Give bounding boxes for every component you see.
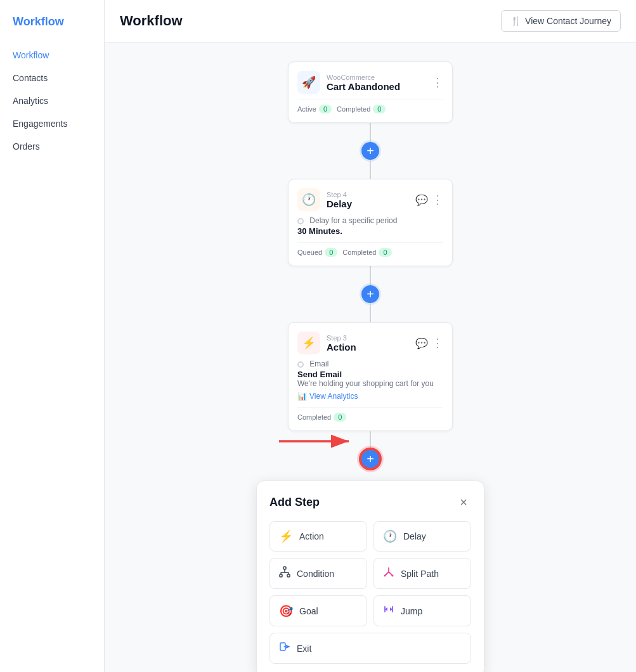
step-options-grid: ⚡ Action 🕐 Delay Condition <box>269 521 471 664</box>
trigger-completed-label: Completed <box>337 105 370 113</box>
sidebar-item-analytics[interactable]: Analytics <box>0 89 104 112</box>
trigger-footer: Active 0 Completed 0 <box>297 99 443 113</box>
goal-option-label: Goal <box>299 606 318 616</box>
connector-line-1 <box>370 123 371 142</box>
delay-footer: Queued 0 Completed 0 <box>297 242 443 257</box>
delay-body: Delay for a specific period 30 Minutes. <box>297 216 443 236</box>
trigger-completed-badge: 0 <box>373 105 386 113</box>
action-step: Step 3 <box>327 334 356 342</box>
condition-option-label: Condition <box>297 569 334 579</box>
topbar: Workflow 🍴 View Contact Journey <box>105 0 636 42</box>
trigger-card: 🚀 WooCommerce Cart Abandoned ⋮ Active 0 … <box>288 61 453 123</box>
action-option-icon: ⚡ <box>279 529 293 543</box>
sidebar-logo: Workflow <box>0 10 104 44</box>
svg-rect-4 <box>287 574 290 577</box>
connector-2: + <box>361 266 379 322</box>
delay-icon: 🕐 <box>297 188 320 211</box>
workflow-canvas: 🚀 WooCommerce Cart Abandoned ⋮ Active 0 … <box>105 42 636 672</box>
delay-radio <box>297 218 304 224</box>
close-add-step-button[interactable]: × <box>456 494 471 511</box>
svg-point-10 <box>392 575 394 577</box>
add-step-button-active[interactable]: + <box>361 450 379 468</box>
add-step-panel: Add Step × ⚡ Action 🕐 Delay <box>256 481 484 672</box>
view-analytics-link[interactable]: 📊 View Analytics <box>297 392 443 401</box>
analytics-icon: 📊 <box>297 392 307 401</box>
delay-queued-badge: 0 <box>325 248 337 257</box>
connector-line-1b <box>370 160 371 179</box>
delay-completed-label: Completed <box>342 249 376 256</box>
trigger-active-label: Active <box>297 105 316 113</box>
red-arrow-container <box>279 435 355 448</box>
action-radio <box>297 361 304 368</box>
split-path-option-icon <box>383 566 394 581</box>
step-option-delay[interactable]: 🕐 Delay <box>373 521 471 552</box>
trigger-title: Cart Abandoned <box>327 81 400 92</box>
connector-3: + <box>361 431 379 468</box>
delay-option-icon: 🕐 <box>383 529 397 543</box>
page-title: Workflow <box>120 13 183 29</box>
svg-rect-3 <box>280 574 282 577</box>
step-option-exit[interactable]: Exit <box>269 633 471 664</box>
step-option-split-path[interactable]: Split Path <box>373 558 471 589</box>
delay-queued-label: Queued <box>297 249 322 256</box>
journey-icon: 🍴 <box>510 16 521 26</box>
svg-rect-2 <box>283 567 286 569</box>
svg-point-9 <box>384 575 386 577</box>
add-step-title: Add Step <box>269 496 320 509</box>
delay-completed-badge: 0 <box>379 248 391 257</box>
step-option-goal[interactable]: 🎯 Goal <box>269 595 367 626</box>
sidebar-item-contacts[interactable]: Contacts <box>0 67 104 89</box>
condition-option-icon <box>279 566 290 581</box>
action-body: Email Send Email We're holding your shop… <box>297 359 443 401</box>
delay-menu[interactable]: 💬 ⋮ <box>415 193 443 207</box>
analytics-label: View Analytics <box>309 392 358 401</box>
delay-title: Delay <box>327 198 352 209</box>
trigger-meta: WooCommerce <box>327 74 400 81</box>
action-body-label: Send Email <box>297 370 443 379</box>
exit-option-label: Exit <box>297 643 311 654</box>
step-option-action[interactable]: ⚡ Action <box>269 521 367 552</box>
step-option-condition[interactable]: Condition <box>269 558 367 589</box>
delay-body-value: 30 Minutes. <box>297 226 443 236</box>
split-path-option-label: Split Path <box>401 569 439 579</box>
action-completed-label: Completed <box>297 413 331 421</box>
red-arrow-svg <box>279 435 355 448</box>
delay-option-label: Delay <box>403 531 426 541</box>
connector-line-2b <box>370 303 371 322</box>
main-content: Workflow 🍴 View Contact Journey 🚀 WooCom… <box>105 0 636 672</box>
action-footer: Completed 0 <box>297 407 443 422</box>
add-step-button-2[interactable]: + <box>361 285 379 303</box>
trigger-menu[interactable]: ⋮ <box>432 75 443 89</box>
trigger-active-badge: 0 <box>319 105 332 113</box>
delay-step: Step 4 <box>327 191 352 198</box>
sidebar-item-workflow[interactable]: Workflow <box>0 44 104 67</box>
goal-option-icon: 🎯 <box>279 604 293 618</box>
jump-option-label: Jump <box>401 606 422 616</box>
sidebar-item-orders[interactable]: Orders <box>0 135 104 158</box>
action-body-sub: We're holding your shopping cart for you <box>297 379 443 388</box>
connector-line-2 <box>370 266 371 285</box>
delay-body-label: Delay for a specific period <box>309 216 397 225</box>
step-option-jump[interactable]: Jump <box>373 595 471 626</box>
action-option-label: Action <box>299 531 324 541</box>
action-icon: ⚡ <box>297 332 320 354</box>
action-card: ⚡ Step 3 Action 💬 ⋮ Email Send Email We'… <box>288 322 453 431</box>
action-body-type: Email <box>309 359 328 368</box>
exit-option-icon <box>279 641 290 656</box>
add-step-button-1[interactable]: + <box>361 142 379 160</box>
delay-card: 🕐 Step 4 Delay 💬 ⋮ Delay for a specific … <box>288 179 453 266</box>
trigger-icon: 🚀 <box>297 71 320 94</box>
action-comment-icon[interactable]: 💬 <box>415 337 428 349</box>
action-completed-badge: 0 <box>334 413 346 422</box>
sidebar: Workflow Workflow Contacts Analytics Eng… <box>0 0 105 672</box>
connector-line-3 <box>370 431 371 450</box>
jump-option-icon <box>383 604 394 618</box>
view-contact-journey-button[interactable]: 🍴 View Contact Journey <box>501 10 621 32</box>
action-title: Action <box>327 342 356 352</box>
delay-comment-icon[interactable]: 💬 <box>415 194 428 206</box>
sidebar-item-engagements[interactable]: Engagements <box>0 112 104 135</box>
connector-1: + <box>361 123 379 179</box>
action-menu[interactable]: 💬 ⋮ <box>415 336 443 350</box>
